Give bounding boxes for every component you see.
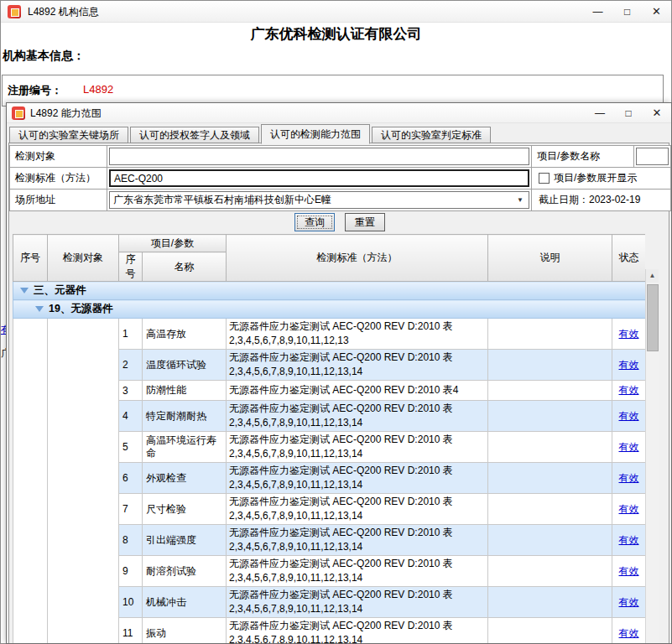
- table-row: 2 温度循环试验 无源器件应力鉴定测试 AEC-Q200 REV D:2010 …: [13, 350, 646, 381]
- status-link[interactable]: 有效: [619, 534, 639, 546]
- reset-button[interactable]: 重置: [345, 213, 385, 231]
- tab-authorized-signatories[interactable]: 认可的授权签字人及领域: [130, 127, 259, 143]
- note-cell: [488, 494, 612, 525]
- institution-titlebar[interactable]: L4892 机构信息 — □ ✕: [1, 1, 671, 23]
- param-seq: 3: [119, 381, 143, 401]
- standard-text: 无源器件应力鉴定测试 AEC-Q200 REV D:2010 表 2,3,4,5…: [227, 618, 488, 644]
- group-label: 三、元器件: [34, 284, 86, 296]
- minimize-icon[interactable]: —: [583, 1, 612, 23]
- status-link[interactable]: 有效: [619, 565, 639, 577]
- standard-input[interactable]: [109, 169, 529, 187]
- header-param-group: 项目/参数: [119, 235, 227, 252]
- status-link[interactable]: 有效: [619, 627, 639, 639]
- status-link[interactable]: 有效: [619, 384, 639, 396]
- param-seq: 4: [119, 401, 143, 432]
- expand-display-option[interactable]: 项目/参数展开显示: [532, 168, 670, 189]
- close-icon[interactable]: ✕: [643, 103, 671, 123]
- standard-text: 无源器件应力鉴定测试 AEC-Q200 REV D:2010 表 2,3,4,5…: [227, 494, 488, 525]
- standard-cell: [107, 168, 532, 190]
- param-name-cell: [634, 146, 671, 168]
- table-row: 5 高温环境运行寿命 无源器件应力鉴定测试 AEC-Q200 REV D:201…: [13, 432, 646, 463]
- note-cell: [488, 381, 612, 401]
- header-note: 说明: [488, 235, 612, 282]
- address-label: 场所地址: [10, 190, 107, 211]
- search-form: 检测对象 项目/参数名称 检测标准（方法） 项目/参数展开显示 场所地址: [9, 145, 671, 211]
- close-icon[interactable]: ✕: [642, 1, 671, 23]
- table-row: 9 耐溶剂试验 无源器件应力鉴定测试 AEC-Q200 REV D:2010 表…: [13, 556, 646, 587]
- param-seq: 1: [119, 319, 143, 350]
- address-select[interactable]: 广东省东莞市常平镇板石村南埔科技创新中心E幢 ▼: [109, 191, 529, 209]
- note-cell: [488, 319, 612, 350]
- capability-titlebar[interactable]: L4892 能力范围 — □ ✕: [7, 103, 671, 123]
- status-link[interactable]: 有效: [619, 359, 639, 371]
- expand-triangle-icon[interactable]: [20, 288, 29, 293]
- standard-text: 无源器件应力鉴定测试 AEC-Q200 REV D:2010 表 2,3,4,5…: [227, 587, 488, 618]
- table-row: 6 外观检查 无源器件应力鉴定测试 AEC-Q200 REV D:2010 表 …: [13, 463, 646, 494]
- note-cell: [488, 525, 612, 556]
- scrollbar-up-icon[interactable]: ▲: [646, 269, 659, 283]
- registration-number-label: 注册编号：: [8, 83, 62, 98]
- standard-text: 无源器件应力鉴定测试 AEC-Q200 REV D:2010 表 2,3,4,5…: [227, 556, 488, 587]
- status-link[interactable]: 有效: [619, 503, 639, 515]
- vertical-scrollbar[interactable]: ▲: [645, 269, 659, 643]
- maximize-icon[interactable]: □: [612, 1, 642, 23]
- header-param-seq: 序号: [119, 252, 143, 282]
- table-row: 4 特定耐潮耐热 无源器件应力鉴定测试 AEC-Q200 REV D:2010 …: [13, 401, 646, 432]
- note-cell: [488, 350, 612, 381]
- table-row: 11 振动 无源器件应力鉴定测试 AEC-Q200 REV D:2010 表 2…: [13, 618, 646, 644]
- minimize-icon[interactable]: —: [586, 103, 614, 123]
- table-row: 7 尺寸检验 无源器件应力鉴定测试 AEC-Q200 REV D:2010 表 …: [13, 494, 646, 525]
- expand-display-label: 项目/参数展开显示: [554, 171, 637, 185]
- standard-text: 无源器件应力鉴定测试 AEC-Q200 REV D:2010 表 2,3,4,5…: [227, 319, 488, 350]
- header-status: 状态: [612, 235, 646, 282]
- standard-label: 检测标准（方法）: [10, 168, 107, 190]
- param-seq: 6: [119, 463, 143, 494]
- param-seq: 9: [119, 556, 143, 587]
- status-link[interactable]: 有效: [619, 441, 639, 453]
- note-cell: [488, 401, 612, 432]
- param-name: 高温存放: [143, 319, 227, 350]
- group-row-components[interactable]: 三、元器件: [13, 282, 646, 300]
- status-link[interactable]: 有效: [619, 472, 639, 484]
- table-row: 8 引出端强度 无源器件应力鉴定测试 AEC-Q200 REV D:2010 表…: [13, 525, 646, 556]
- tab-key-locations[interactable]: 认可的实验室关键场所: [9, 127, 128, 143]
- institution-window-title: L4892 机构信息: [28, 1, 99, 23]
- param-seq: 8: [119, 525, 143, 556]
- test-object-label: 检测对象: [10, 146, 107, 168]
- expand-option-cell: 项目/参数展开显示: [532, 168, 671, 190]
- deadline-cell: 截止日期：2023-02-19: [532, 190, 671, 211]
- header-param-name: 名称: [143, 252, 227, 282]
- deadline-label: 截止日期：: [539, 194, 589, 205]
- scrollbar-thumb[interactable]: [647, 284, 659, 351]
- test-object-input[interactable]: [109, 148, 529, 165]
- status-link[interactable]: 有效: [619, 596, 639, 608]
- tab-lab-criteria[interactable]: 认可的实验室判定标准: [372, 127, 491, 143]
- table-row: 3 防潮性能 无源器件应力鉴定测试 AEC-Q200 REV D:2010 表4…: [13, 381, 646, 401]
- group-row-passive-components[interactable]: 19、无源器件: [13, 300, 646, 319]
- param-seq: 5: [119, 432, 143, 463]
- table-header-row: 序号 检测对象 项目/参数 检测标准（方法） 说明 状态: [13, 235, 646, 252]
- param-name: 特定耐潮耐热: [143, 401, 227, 432]
- status-link[interactable]: 有效: [619, 410, 639, 422]
- param-name-input[interactable]: [636, 148, 669, 165]
- window-controls: — □ ✕: [586, 103, 671, 123]
- param-name: 耐溶剂试验: [143, 556, 227, 587]
- standard-text: 无源器件应力鉴定测试 AEC-Q200 REV D:2010 表 2,3,4,5…: [227, 401, 488, 432]
- param-name: 引出端强度: [143, 525, 227, 556]
- checkbox-icon[interactable]: [539, 173, 550, 184]
- param-name: 防潮性能: [143, 381, 227, 401]
- desktop: L4892 机构信息 — □ ✕ 广东优科检测认证有限公司 机构基本信息： 注册…: [0, 0, 672, 644]
- chevron-down-icon[interactable]: ▼: [513, 192, 527, 208]
- window-controls: — □ ✕: [583, 1, 671, 23]
- param-name: 尺寸检验: [143, 494, 227, 525]
- tab-testing-capability-scope[interactable]: 认可的检测能力范围: [261, 124, 370, 144]
- param-name: 机械冲击: [143, 587, 227, 618]
- maximize-icon[interactable]: □: [614, 103, 643, 123]
- param-seq: 10: [119, 587, 143, 618]
- expand-triangle-icon[interactable]: [35, 306, 44, 312]
- capability-window-title: L4892 能力范围: [30, 103, 102, 123]
- tabstrip: 认可的实验室关键场所 认可的授权签字人及领域 认可的检测能力范围 认可的实验室判…: [9, 123, 492, 143]
- query-button[interactable]: 查询: [294, 213, 335, 231]
- note-cell: [488, 587, 612, 618]
- status-link[interactable]: 有效: [619, 328, 639, 340]
